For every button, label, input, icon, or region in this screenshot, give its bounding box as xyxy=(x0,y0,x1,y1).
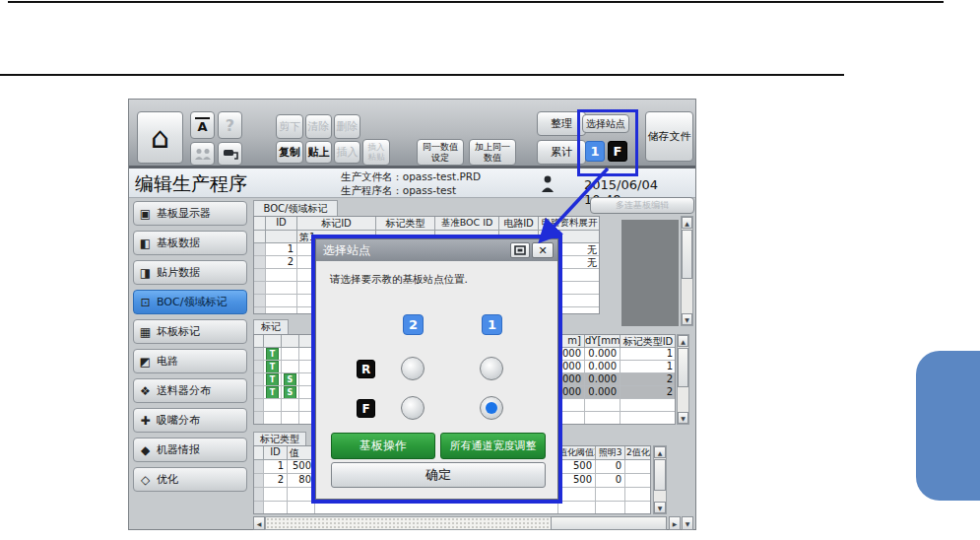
home-button[interactable]: ⌂ xyxy=(137,111,183,164)
mark-vscrollbar[interactable]: ▲ ▼ xyxy=(677,334,689,425)
lane-1-badge: 1 xyxy=(482,314,502,335)
production-program-name: opass-test xyxy=(403,184,456,196)
toolbar: ⌂ A ? 剪下 清除 删除 复制 贴上 插入 插入 粘贴 同一数值 设定 加上… xyxy=(129,100,695,169)
clear-label: 清除 xyxy=(308,119,330,134)
save-file-button[interactable]: 储存文件 xyxy=(645,111,693,162)
hscroll-thumb[interactable] xyxy=(551,516,667,530)
dialog-close-button[interactable]: ✕ xyxy=(532,242,554,258)
boc-vscrollbar[interactable]: ▲ ▼ xyxy=(681,216,693,326)
radio-front-lane2[interactable] xyxy=(401,396,425,420)
lane-width-adjust-label: 所有通道宽度调整 xyxy=(450,439,537,453)
select-station-dialog: 选择站点 ✕ 请选择要示教的基板站点位置. 2 1 R F 基板操作 所有通道宽… xyxy=(315,238,558,500)
screenshot-root: ⌂ A ? 剪下 清除 删除 复制 贴上 插入 插入 粘贴 同一数值 设定 加上… xyxy=(0,0,980,540)
scroll-thumb[interactable] xyxy=(654,459,666,491)
scroll-right-button[interactable]: ▶ xyxy=(669,516,681,530)
front-row-badge: F xyxy=(357,399,375,418)
title-band: 编辑生产程序 生产文件名 : opass-test.PRD 生产程序名 : op… xyxy=(129,169,695,198)
dialog-annotation-border: 选择站点 ✕ 请选择要示教的基板站点位置. 2 1 R F 基板操作 所有通道宽… xyxy=(311,235,562,504)
sidebar-item-circuit[interactable]: ◩电路 xyxy=(133,349,247,373)
help-button[interactable]: ? xyxy=(218,111,242,139)
sidebar-item-feeder-layout[interactable]: ❖送料器分布 xyxy=(133,378,247,403)
insert-paste-button[interactable]: 插入 粘贴 xyxy=(362,139,390,166)
scroll-thumb[interactable] xyxy=(682,230,692,279)
sidebar-label: BOC/领域标记 xyxy=(157,295,227,309)
tab-mark[interactable]: 标记 xyxy=(253,319,289,334)
teach-badge: T xyxy=(266,373,279,386)
rear-row-badge: R xyxy=(357,360,375,378)
paste-label: 贴上 xyxy=(308,145,330,160)
sidebar-item-nozzle-layout[interactable]: ✚吸嘴分布 xyxy=(133,408,247,433)
tab-boc-mark[interactable]: BOC/领域标记 xyxy=(253,200,338,216)
scroll-down-button[interactable]: ▼ xyxy=(682,313,692,325)
insert-paste-label: 插入 粘贴 xyxy=(368,143,385,163)
placement-data-icon: ◨ xyxy=(138,266,153,280)
top-rule-2 xyxy=(0,74,844,76)
mark-col-type-id: 标记类型ID xyxy=(621,335,676,348)
station-side-badge: F xyxy=(608,141,627,162)
mark-type-vscrollbar[interactable]: ▲ ▼ xyxy=(653,445,667,514)
scroll-down-corner-button[interactable]: ▼ xyxy=(682,516,693,530)
machine-info-icon: ◆ xyxy=(138,443,153,457)
operators-button[interactable] xyxy=(190,142,215,166)
multi-board-edit-button[interactable]: 多连基板编辑 xyxy=(590,197,694,214)
cut-button[interactable]: 剪下 xyxy=(276,114,303,139)
copy-button[interactable]: 复制 xyxy=(276,141,303,164)
teach-badge: T xyxy=(266,361,279,373)
skip-badge: S xyxy=(284,386,296,399)
clear-button[interactable]: 清除 xyxy=(305,114,332,139)
scroll-down-button[interactable]: ▼ xyxy=(678,412,688,424)
sidebar-item-boc-mark[interactable]: ⊡BOC/领域标记 xyxy=(133,290,247,314)
top-rule-1 xyxy=(8,1,944,3)
blue-side-shape xyxy=(916,351,980,501)
scroll-down-button[interactable]: ▼ xyxy=(654,502,666,513)
text-mode-button[interactable]: A xyxy=(190,111,215,139)
sidebar-item-machine-info[interactable]: ◆机器情报 xyxy=(133,438,247,462)
lane-width-adjust-button[interactable]: 所有通道宽度调整 xyxy=(440,433,546,459)
ok-button[interactable]: 确定 xyxy=(331,462,546,488)
scroll-up-button[interactable]: ▲ xyxy=(682,217,692,229)
radio-rear-lane1[interactable] xyxy=(480,357,503,380)
select-station-label: 选择站点 xyxy=(586,117,625,131)
sidebar-item-board-display[interactable]: ▣基板显示器 xyxy=(133,201,247,226)
paste-button[interactable]: 贴上 xyxy=(305,141,332,164)
scroll-left-button[interactable]: ◀ xyxy=(253,516,265,530)
skip-badge: S xyxy=(284,373,296,386)
dialog-title-label: 选择站点 xyxy=(323,242,370,259)
select-station-button[interactable]: 选择站点 xyxy=(582,114,629,133)
device-button[interactable] xyxy=(218,142,242,166)
home-icon: ⌂ xyxy=(151,120,169,155)
boc-col-mark-type: 标记类型 xyxy=(376,217,435,231)
dialog-maximize-button[interactable] xyxy=(510,242,530,258)
sidebar-label: 基板显示器 xyxy=(157,206,211,221)
close-icon: ✕ xyxy=(538,244,547,257)
sidebar-item-bad-board-mark[interactable]: ▦坏板标记 xyxy=(133,319,247,344)
add-same-value-button[interactable]: 加上同一 数值 xyxy=(469,139,516,166)
tab-mark-type[interactable]: 标记类型 xyxy=(253,432,306,445)
radio-front-lane1[interactable] xyxy=(480,396,503,420)
insert-button[interactable]: 插入 xyxy=(334,141,360,164)
board-preview-panel xyxy=(621,220,679,326)
mark-col-dy: dY[mm] xyxy=(585,335,621,348)
tab-mark-label: 标记 xyxy=(261,320,281,334)
scroll-up-button[interactable]: ▲ xyxy=(678,335,688,347)
boc-col-base-boc: 基准BOC ID xyxy=(435,217,499,231)
feeder-layout-icon: ❖ xyxy=(138,384,153,398)
radio-rear-lane2[interactable] xyxy=(401,357,425,380)
scroll-thumb[interactable] xyxy=(678,348,688,387)
circuit-icon: ◩ xyxy=(138,355,153,369)
scroll-up-button[interactable]: ▲ xyxy=(654,446,666,458)
total-button[interactable]: 累计 xyxy=(537,140,586,165)
sidebar-item-board-data[interactable]: ◧基板数据 xyxy=(133,231,247,255)
station-number-badge: 1 xyxy=(585,141,605,162)
save-file-label: 储存文件 xyxy=(648,129,691,144)
same-value-set-button[interactable]: 同一数值 设定 xyxy=(417,139,464,166)
sidebar-item-optimize[interactable]: ◇优化 xyxy=(133,467,247,492)
board-operation-button[interactable]: 基板操作 xyxy=(331,433,435,459)
cut-label: 剪下 xyxy=(279,119,300,134)
sidebar-label: 坏板标记 xyxy=(157,324,200,339)
board-display-icon: ▣ xyxy=(138,207,153,221)
sidebar-item-placement-data[interactable]: ◨贴片数据 xyxy=(133,260,247,285)
tidy-button[interactable]: 整理 xyxy=(537,111,586,136)
delete-button[interactable]: 删除 xyxy=(334,114,360,139)
same-value-set-label: 同一数值 设定 xyxy=(423,142,458,163)
